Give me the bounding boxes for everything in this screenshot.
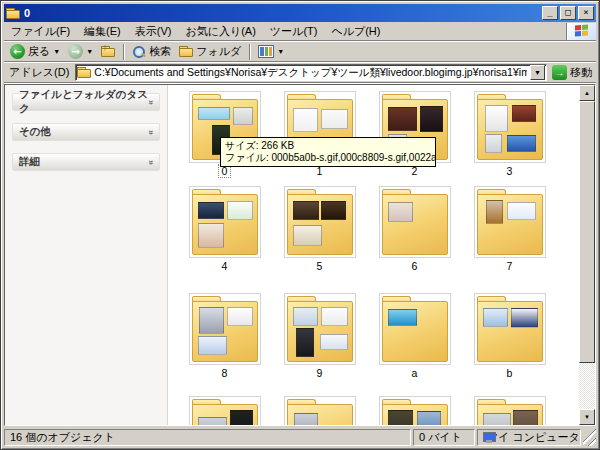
thumbnail-image bbox=[293, 201, 320, 220]
folder-tile[interactable]: 9 bbox=[272, 293, 367, 379]
scroll-up-button[interactable]: ▲ bbox=[579, 85, 595, 101]
folder-tile[interactable]: 8 bbox=[177, 293, 272, 379]
other-places-section-header[interactable]: その他 » bbox=[12, 123, 160, 141]
scrollbar-thumb[interactable] bbox=[579, 101, 595, 363]
menu-view[interactable]: 表示(V) bbox=[128, 22, 179, 41]
folder-label[interactable]: 5 bbox=[272, 260, 367, 272]
status-bar: 16 個のオブジェクト 0 バイト マイ コンピュータ bbox=[4, 427, 596, 446]
folder-label[interactable]: 7 bbox=[462, 260, 557, 272]
folder-tile[interactable] bbox=[462, 396, 557, 425]
task-pane: ファイルとフォルダのタスク » その他 » 詳細 » bbox=[5, 85, 168, 425]
go-button[interactable]: → 移動 bbox=[550, 65, 594, 80]
views-dropdown-icon[interactable]: ▼ bbox=[277, 48, 284, 55]
scroll-down-button[interactable]: ▼ bbox=[579, 409, 595, 425]
up-button[interactable]: ↑ bbox=[98, 45, 118, 58]
search-icon bbox=[132, 45, 146, 59]
thumbnail-image bbox=[227, 201, 253, 220]
folder-thumbnail-frame bbox=[189, 186, 261, 258]
folder-tile[interactable]: 4 bbox=[177, 186, 272, 272]
back-button[interactable]: ← 戻る ▼ bbox=[7, 43, 63, 60]
forward-icon: → bbox=[68, 44, 83, 59]
folder-tile[interactable]: a bbox=[367, 293, 462, 379]
address-input[interactable]: C:¥Documents and Settings¥Norisa¥デスクトップ¥… bbox=[75, 64, 547, 81]
folders-icon bbox=[179, 46, 193, 57]
folder-label[interactable]: 3 bbox=[462, 165, 557, 177]
menu-favorites[interactable]: お気に入り(A) bbox=[178, 22, 262, 41]
folder-tile[interactable]: 5 bbox=[272, 186, 367, 272]
folders-button[interactable]: フォルダ bbox=[176, 43, 244, 60]
menu-file[interactable]: ファイル(F) bbox=[4, 22, 77, 41]
close-button[interactable]: × bbox=[578, 6, 594, 20]
folder-thumbnail-frame bbox=[379, 396, 451, 425]
maximize-button[interactable]: □ bbox=[560, 6, 576, 20]
menu-help[interactable]: ヘルプ(H) bbox=[324, 22, 387, 41]
folder-thumbnail-frame bbox=[379, 293, 451, 365]
explorer-window: 0 _ □ × ファイル(F) 編集(E) 表示(V) お気に入り(A) ツール… bbox=[0, 0, 600, 450]
thumbnail-image bbox=[321, 307, 348, 326]
folder-tile[interactable]: 3 bbox=[462, 91, 557, 177]
details-section-header[interactable]: 詳細 » bbox=[12, 153, 160, 171]
back-label: 戻る bbox=[28, 44, 50, 59]
thumbnail-image bbox=[320, 334, 348, 351]
address-folder-icon bbox=[77, 67, 91, 78]
folder-label[interactable]: 4 bbox=[177, 260, 272, 272]
thumbnail-image bbox=[199, 307, 225, 334]
folder-grid: 0 1 2 3 bbox=[168, 85, 579, 425]
thumbnail-image bbox=[507, 202, 536, 220]
folder-tile[interactable]: 6 bbox=[367, 186, 462, 272]
forward-dropdown-icon[interactable]: ▼ bbox=[86, 48, 93, 55]
vertical-scrollbar[interactable]: ▲ ▼ bbox=[579, 85, 595, 425]
folders-label: フォルダ bbox=[196, 44, 241, 59]
back-dropdown-icon[interactable]: ▼ bbox=[53, 48, 60, 55]
address-dropdown-button[interactable]: ▼ bbox=[530, 65, 545, 80]
folder-thumbnail-frame bbox=[474, 396, 546, 425]
folder-label[interactable]: 8 bbox=[177, 367, 272, 379]
other-places-section-title: その他 bbox=[19, 125, 149, 139]
views-button[interactable]: ▼ bbox=[255, 44, 287, 59]
title-bar[interactable]: 0 _ □ × bbox=[4, 4, 596, 22]
chevron-down-icon[interactable]: » bbox=[146, 130, 156, 134]
menu-edit[interactable]: 編集(E) bbox=[77, 22, 128, 41]
folder-tile[interactable]: b bbox=[462, 293, 557, 379]
thumbnail-image bbox=[293, 307, 319, 326]
details-section-title: 詳細 bbox=[19, 155, 149, 169]
tooltip-files: ファイル: 000b5a0b-s.gif,000c8809-s.gif,0022… bbox=[225, 152, 431, 164]
folder-tile[interactable] bbox=[177, 396, 272, 425]
windows-logo bbox=[566, 23, 596, 40]
folder-icon bbox=[477, 399, 543, 425]
menu-tools[interactable]: ツール(T) bbox=[263, 22, 325, 41]
address-path[interactable]: C:¥Documents and Settings¥Norisa¥デスクトップ¥… bbox=[94, 66, 527, 80]
thumbnail-image bbox=[417, 411, 441, 425]
folder-label[interactable]: 6 bbox=[367, 260, 462, 272]
thumbnail-image bbox=[198, 417, 227, 425]
forward-button[interactable]: → ▼ bbox=[65, 43, 96, 60]
resize-grip[interactable] bbox=[583, 429, 596, 446]
toolbar: ← 戻る ▼ → ▼ ↑ 検索 フォルダ ▼ bbox=[4, 42, 596, 62]
thumbnail-image bbox=[388, 410, 414, 425]
folder-tile[interactable]: 7 bbox=[462, 186, 557, 272]
folder-label[interactable]: b bbox=[462, 367, 557, 379]
address-label: アドレス(D) bbox=[6, 65, 72, 80]
minimize-button[interactable]: _ bbox=[542, 6, 558, 20]
thumbnail-image bbox=[294, 413, 318, 425]
folder-label[interactable]: 9 bbox=[272, 367, 367, 379]
folder-icon bbox=[477, 94, 543, 160]
thumbnail-image bbox=[321, 109, 348, 129]
folder-thumbnail-frame bbox=[189, 396, 261, 425]
folder-icon bbox=[192, 189, 258, 255]
search-button[interactable]: 検索 bbox=[129, 43, 174, 60]
chevron-down-icon[interactable]: » bbox=[146, 160, 156, 164]
folder-icon bbox=[192, 296, 258, 362]
folder-thumbnail-frame bbox=[284, 293, 356, 365]
tasks-section-header[interactable]: ファイルとフォルダのタスク » bbox=[12, 93, 160, 111]
thumbnail-image bbox=[321, 201, 347, 220]
folder-label[interactable]: a bbox=[367, 367, 462, 379]
folder-icon bbox=[382, 189, 448, 255]
folder-thumbnail-frame bbox=[379, 186, 451, 258]
thumbnail-image bbox=[420, 106, 443, 132]
chevron-down-icon[interactable]: » bbox=[146, 100, 156, 104]
folder-tile[interactable] bbox=[367, 396, 462, 425]
go-label: 移動 bbox=[570, 65, 592, 80]
folder-tile[interactable] bbox=[272, 396, 367, 425]
views-icon bbox=[258, 45, 274, 58]
